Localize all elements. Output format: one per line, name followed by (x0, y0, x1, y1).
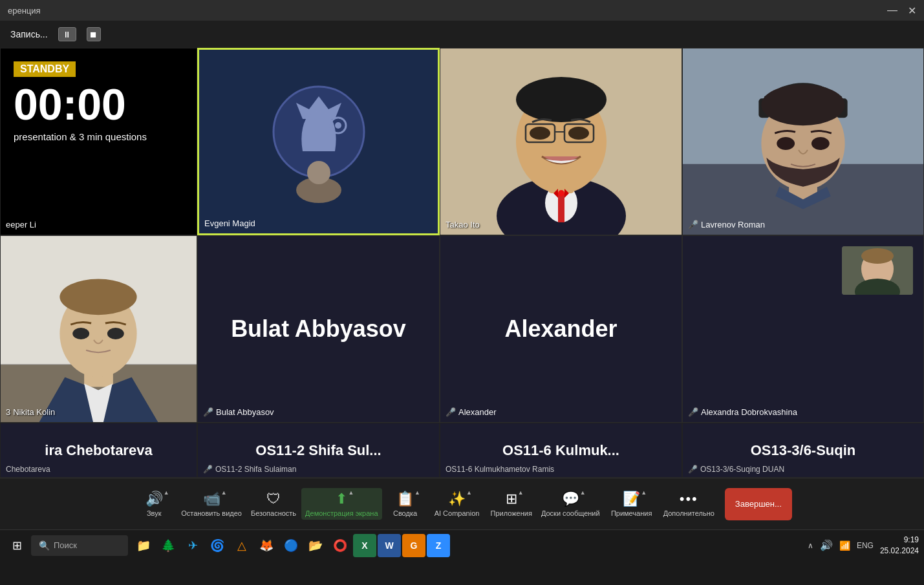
svg-point-22 (558, 190, 564, 197)
participant-name-chebotareva: Chebotareva (6, 465, 50, 474)
video-cell-bulat: Bulat Abbyasov 🎤 Bulat Abbyasov (197, 235, 440, 423)
taskbar-icon-telegram[interactable]: ✈ (181, 534, 204, 557)
pause-button[interactable]: ⏸ (58, 27, 76, 41)
taskbar-icon-atlas[interactable]: △ (230, 534, 253, 557)
reactions-label: Сводка (393, 509, 417, 517)
start-button[interactable]: ⊞ (5, 534, 28, 557)
share-caret: ▲ (348, 489, 354, 496)
ai-label: AI Companion (435, 509, 480, 517)
language-indicator[interactable]: ENG (857, 541, 874, 550)
mic-muted-icon: 🎤 (203, 407, 213, 417)
security-label: Безопасность (251, 509, 296, 517)
share-icon: ⬆ (336, 491, 347, 507)
taskbar-icon-opera[interactable]: ⭕ (328, 534, 352, 557)
system-tray-caret[interactable]: ∧ (808, 541, 813, 550)
ai-icon: ✨ (448, 491, 466, 507)
taskbar-icon-word[interactable]: W (378, 534, 401, 557)
svg-point-31 (777, 137, 795, 150)
video-cell-takao: Takao Ito (440, 48, 682, 235)
video-cell-chebotareva: ira Chebotareva Chebotareva (0, 423, 197, 478)
video-grid: STANDBY 00:00 presentation & 3 min quest… (0, 48, 924, 423)
lavrenov-face (683, 48, 923, 235)
participant-name-takao: Takao Ito (446, 220, 480, 229)
standby-description: presentation & 3 min questions (14, 131, 147, 142)
taskbar-icon-g[interactable]: G (402, 534, 425, 557)
participant-name-shifa: 🎤 OS11-2 Shifa Sulaiman (203, 465, 296, 474)
ai-caret: ▲ (466, 489, 472, 496)
windows-icon: ⊞ (12, 538, 22, 553)
participant-label: Takao Ito (446, 220, 480, 229)
tool-reactions[interactable]: 📋 ▲ Сводка (383, 488, 427, 520)
svg-point-6 (307, 161, 330, 184)
alexandra-thumbnail (842, 246, 913, 295)
minimize-button[interactable]: — (887, 5, 897, 17)
notes-caret: ▲ (641, 489, 647, 496)
svg-point-32 (811, 137, 830, 150)
reactions-caret: ▲ (414, 489, 420, 496)
mic-muted-icon: 🎤 (688, 407, 698, 417)
taskbar-icon-edge[interactable]: 🌀 (206, 534, 229, 557)
taskbar-icon-excel[interactable]: X (353, 534, 376, 557)
taskbar-icon-chrome[interactable]: 🔵 (279, 534, 303, 557)
svg-point-19 (568, 127, 589, 140)
mic-muted-icon: 🎤 (688, 220, 698, 229)
network-icon[interactable]: 📶 (839, 540, 850, 551)
participant-label: Nikita Kolin (13, 407, 55, 417)
tool-share-screen[interactable]: ⬆ ▲ Демонстрация экрана (301, 488, 381, 520)
clock: 9:19 25.02.2024 (880, 535, 919, 557)
recording-label: Запись... (10, 29, 48, 39)
svg-point-30 (761, 84, 844, 125)
volume-icon[interactable]: 🔊 (820, 539, 833, 551)
shifa-name: OS11-2 Shifa Sul... (250, 437, 386, 464)
close-button[interactable]: ✕ (908, 5, 916, 17)
video-cell-evgeni: Evgeni Magid (197, 48, 440, 235)
tool-whiteboards[interactable]: 💬 ▲ Доски сообщений (537, 488, 604, 520)
tool-notes[interactable]: 📝 ▲ Примечания (605, 488, 658, 520)
participant-name-kulmuk: OS11-6 Kulmukhametov Ramis (446, 465, 554, 474)
participant-label: Alexander (458, 407, 497, 417)
whiteboards-caret: ▲ (580, 489, 586, 496)
participant-name-evgeni: Evgeni Magid (204, 218, 255, 228)
tool-video[interactable]: 📹 ▲ Остановить видео (177, 488, 246, 520)
window-controls: — ✕ (887, 5, 916, 17)
participant-number: 3 (6, 407, 10, 417)
taskbar-icon-tree[interactable]: 🌲 (156, 534, 180, 557)
tool-ai-companion[interactable]: ✨ ▲ AI Companion (429, 488, 486, 520)
svg-point-14 (516, 77, 607, 122)
taskbar-icon-files[interactable]: 📁 (132, 534, 155, 557)
participant-name-suqin: 🎤 OS13-3/6-Suqing DUAN (688, 465, 784, 474)
apps-label: Приложения (491, 509, 532, 517)
more-label: Дополнительно (663, 509, 714, 517)
takao-face (440, 48, 682, 235)
tool-audio[interactable]: 🔊 ▲ Звук (132, 488, 176, 520)
notes-label: Примечания (611, 509, 652, 517)
taskbar-icon-zoom[interactable]: Z (427, 534, 450, 557)
taskbar-icon-firefox[interactable]: 🦊 (255, 534, 278, 557)
participant-name-alexandra: 🎤 Alexandra Dobrokvashina (688, 407, 797, 417)
taskbar-right: ∧ 🔊 📶 ENG 9:19 25.02.2024 (808, 535, 919, 557)
stop-button[interactable]: ⏹ (87, 27, 101, 41)
search-icon: 🔍 (39, 540, 50, 551)
mic-muted-icon: 🎤 (446, 407, 456, 417)
end-meeting-label: Завершен... (735, 499, 782, 509)
end-meeting-button[interactable]: Завершен... (725, 488, 792, 520)
audio-label: Звук (147, 509, 162, 517)
video-icon: 📹 (203, 491, 220, 507)
video-cell-shifa: OS11-2 Shifa Sul... 🎤 OS11-2 Shifa Sulai… (197, 423, 440, 478)
participant-label: Bulat Abbyasov (216, 407, 274, 417)
topbar: Запись... ⏸ ⏹ (0, 21, 924, 48)
audio-icon: 🔊 (145, 491, 163, 507)
tool-more[interactable]: ••• Дополнительно (660, 488, 718, 520)
taskbar-search[interactable]: 🔍 Поиск (31, 535, 128, 556)
share-label: Демонстрация экрана (305, 509, 378, 517)
participant-name-nikita: 3 Nikita Kolin (6, 407, 55, 417)
tool-security[interactable]: 🛡 Безопасность (247, 488, 300, 520)
tool-apps[interactable]: ⊞ ▲ Приложения (487, 488, 536, 520)
kulmuk-name: OS11-6 Kulmuk... (497, 437, 625, 464)
alexander-name: Alexander (491, 303, 630, 356)
search-label: Поиск (54, 540, 77, 550)
video-cell-suqin: OS13-3/6-Suqin 🎤 OS13-3/6-Suqing DUAN (682, 423, 924, 478)
taskbar: ⊞ 🔍 Поиск 📁 🌲 ✈ 🌀 △ 🦊 🔵 📂 ⭕ (0, 529, 924, 560)
taskbar-icon-explorer[interactable]: 📂 (304, 534, 327, 557)
participant-label: Alexandra Dobrokvashina (701, 407, 797, 417)
